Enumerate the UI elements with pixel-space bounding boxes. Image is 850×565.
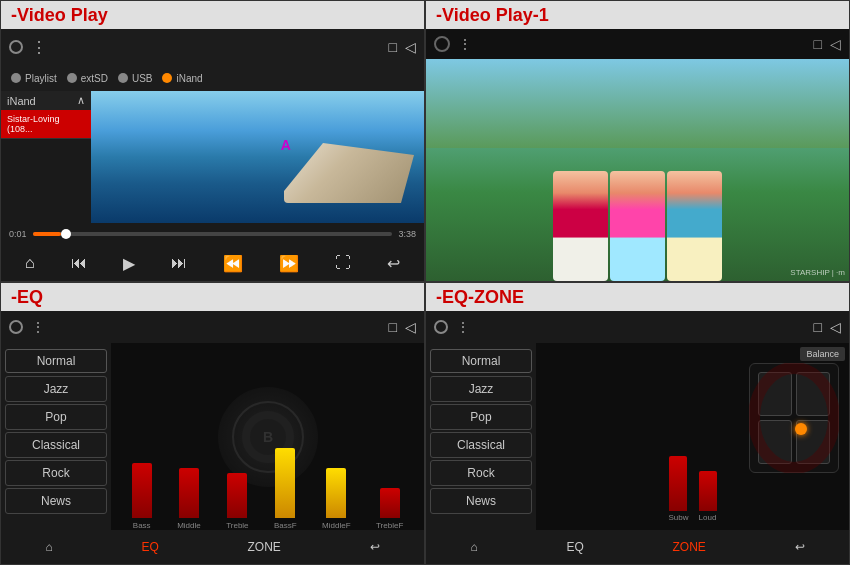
vp-video-area: A <box>91 91 424 223</box>
eq-bars-area: Bass Middle Treble BassF <box>111 343 424 530</box>
eq-square-icon[interactable]: □ <box>389 319 397 335</box>
fullscreen-button[interactable]: ⛶ <box>331 252 355 274</box>
eq-option-rock[interactable]: Rock <box>5 460 107 486</box>
prev-button[interactable]: ⏮ <box>67 252 91 274</box>
girl-3 <box>667 171 722 281</box>
inand-tab[interactable]: iNand <box>162 73 202 84</box>
eqz-square-icon[interactable]: □ <box>814 319 822 335</box>
middlef-bar[interactable] <box>326 468 346 518</box>
progress-fill <box>33 232 62 236</box>
eqz-menu-dots[interactable]: ⋮ <box>456 319 470 335</box>
vp-source-tabs: Playlist extSD USB iNand <box>1 65 424 91</box>
eqz-return-button[interactable]: ↩ <box>785 536 815 558</box>
extsd-tab[interactable]: extSD <box>67 73 108 84</box>
vp-controls: ⌂ ⏮ ▶ ⏭ ⏪ ⏩ ⛶ ↩ <box>1 245 424 281</box>
eq-eq-button[interactable]: EQ <box>131 536 168 558</box>
eqz-option-news[interactable]: News <box>430 488 532 514</box>
eq-circle-icon <box>9 320 23 334</box>
progress-track[interactable] <box>33 232 393 236</box>
eq-option-jazz[interactable]: Jazz <box>5 376 107 402</box>
square-icon[interactable]: □ <box>389 39 397 55</box>
eq-home-button[interactable]: ⌂ <box>35 536 62 558</box>
eq-title-text: EQ <box>17 287 43 308</box>
v1-square-icon[interactable]: □ <box>814 36 822 52</box>
car-seat-layout <box>749 363 839 473</box>
eqz-option-pop[interactable]: Pop <box>430 404 532 430</box>
return-button[interactable]: ↩ <box>383 252 404 275</box>
eqz-eq-button[interactable]: EQ <box>556 536 593 558</box>
extsd-label: extSD <box>81 73 108 84</box>
progress-thumb <box>61 229 71 239</box>
play-button[interactable]: ▶ <box>119 252 139 275</box>
eqz-inner: ⋮ □ ◁ Normal Jazz Pop Classical Rock New… <box>426 311 849 564</box>
loud-bar[interactable] <box>699 471 717 511</box>
eq-option-news[interactable]: News <box>5 488 107 514</box>
bassf-label: BassF <box>274 519 297 530</box>
eq-back-icon[interactable]: ◁ <box>405 319 416 335</box>
eqz-home-button[interactable]: ⌂ <box>460 536 487 558</box>
extsd-dot <box>67 73 77 83</box>
vp-window-icons: □ ◁ <box>389 39 416 55</box>
girls-group <box>426 103 849 281</box>
airplane-wing <box>284 143 414 203</box>
title1-text: Video Play-1 <box>442 5 549 26</box>
video-play1-panel: -Video Play-1 ⋮ □ ◁ STARSHIP | ·m <box>425 0 850 282</box>
bass-label: Bass <box>133 519 151 530</box>
eqz-back-icon[interactable]: ◁ <box>830 319 841 335</box>
video-play-title: -Video Play <box>1 1 424 29</box>
video-watermark: STARSHIP | ·m <box>790 268 845 277</box>
eq-option-pop[interactable]: Pop <box>5 404 107 430</box>
rewind-button[interactable]: ⏪ <box>219 252 247 275</box>
eq-mode-normal[interactable]: Normal <box>5 349 107 373</box>
treblef-bar-group: TrebleF <box>376 488 403 530</box>
bass-bar[interactable] <box>132 463 152 518</box>
middle-bar[interactable] <box>179 468 199 518</box>
v1-window-icons: □ ◁ <box>814 36 841 52</box>
time-total: 3:38 <box>398 229 416 239</box>
v1-back-icon[interactable]: ◁ <box>830 36 841 52</box>
eq-option-classical[interactable]: Classical <box>5 432 107 458</box>
middle-label: Middle <box>177 519 201 530</box>
home-button[interactable]: ⌂ <box>21 252 39 274</box>
eq-zone-button[interactable]: ZONE <box>238 536 291 558</box>
seat-fr <box>796 372 830 416</box>
eqz-zone-button[interactable]: ZONE <box>663 536 716 558</box>
forward-button[interactable]: ⏩ <box>275 252 303 275</box>
treblef-bar[interactable] <box>380 488 400 518</box>
eq-panel: -EQ ⋮ □ ◁ Normal Jazz Pop Classical Rock… <box>0 282 425 565</box>
eq-menu-dots[interactable]: ⋮ <box>31 319 45 335</box>
treble-bar[interactable] <box>227 473 247 518</box>
bassf-bar[interactable] <box>275 448 295 518</box>
eqz-option-rock[interactable]: Rock <box>430 460 532 486</box>
back-icon[interactable]: ◁ <box>405 39 416 55</box>
vp-topbar: ⋮ □ ◁ <box>1 29 424 65</box>
eq-return-button[interactable]: ↩ <box>360 536 390 558</box>
video-play-inner: ⋮ □ ◁ Playlist extSD USB <box>1 29 424 281</box>
next-button[interactable]: ⏭ <box>167 252 191 274</box>
eqz-sidebar: Normal Jazz Pop Classical Rock News <box>426 343 536 530</box>
video1-inner: ⋮ □ ◁ STARSHIP | ·m <box>426 29 849 281</box>
playlist-source: iNand <box>7 95 36 107</box>
bass-bar-group: Bass <box>132 463 152 530</box>
eqz-topbar: ⋮ □ ◁ <box>426 311 849 343</box>
subw-label: Subw <box>668 511 688 522</box>
playlist-dot <box>11 73 21 83</box>
playlist-tab[interactable]: Playlist <box>11 73 57 84</box>
current-track[interactable]: Sistar-Loving (108... <box>1 110 91 139</box>
subw-bar[interactable] <box>669 456 687 511</box>
girl-2 <box>610 171 665 281</box>
inand-label: iNand <box>176 73 202 84</box>
eqz-option-jazz[interactable]: Jazz <box>430 376 532 402</box>
eqz-mode-normal[interactable]: Normal <box>430 349 532 373</box>
menu-dots-icon[interactable]: ⋮ <box>31 38 381 57</box>
seat-fl <box>758 372 792 416</box>
v1-menu-dots[interactable]: ⋮ <box>458 36 472 52</box>
treblef-label: TrebleF <box>376 519 403 530</box>
playlist-chevron[interactable]: ∧ <box>77 94 85 107</box>
title-text: Video Play <box>17 5 108 26</box>
eqz-body: Normal Jazz Pop Classical Rock News Bala… <box>426 343 849 530</box>
watermark-a: A <box>281 137 291 153</box>
eqz-option-classical[interactable]: Classical <box>430 432 532 458</box>
usb-tab[interactable]: USB <box>118 73 153 84</box>
car-diagram <box>749 363 839 473</box>
